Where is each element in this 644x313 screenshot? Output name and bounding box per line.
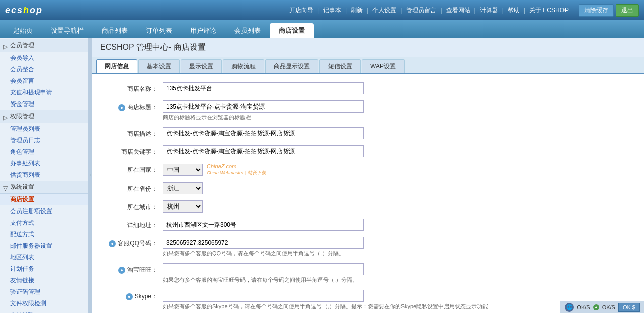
sub-tabs: 网店信息 基本设置 显示设置 购物流程 商品显示设置 短信设置 WAP设置 [92, 57, 644, 74]
exit-button[interactable]: 退出 [616, 4, 639, 17]
arrow-icon-2: ▷ [3, 114, 8, 119]
sidebar-item-shop-settings[interactable]: 商店设置 [0, 194, 88, 205]
link-refresh[interactable]: 刷新 [349, 5, 365, 16]
sidebar-item-member-reg-settings[interactable]: 会员注册项设置 [0, 205, 88, 217]
input-wangwang[interactable] [163, 263, 364, 275]
arrow-icon: ▷ [3, 43, 8, 48]
globe-icon: 🌐 [565, 303, 574, 312]
form-area: 商店名称： ● 商店标题： 商店的标题将显示在浏览器的标题栏 商店描述： [92, 74, 644, 313]
hint-skype: 如果您有多个客服的Skype号码，请在每个号码之间使用半角逗号（,）分隔。提示：… [163, 303, 488, 310]
sidebar-item-admin-list[interactable]: 管理员列表 [0, 123, 88, 135]
input-shop-keywords[interactable] [163, 145, 364, 157]
status-bar: 🌐 OK/S ▲ OK/S OK $ [560, 301, 644, 313]
form-row-country: 所在国家： 中国 ChinaZ.comChina Webmaster | 站长下… [102, 163, 634, 176]
link-admin-messages[interactable]: 管理员留言 [404, 5, 438, 16]
sidebar-item-captcha-mgmt[interactable]: 验证码管理 [0, 286, 88, 298]
sub-tab-display-settings[interactable]: 显示设置 [181, 59, 222, 73]
input-skype[interactable] [163, 290, 364, 302]
form-row-shop-keywords: 商店关键字： [102, 145, 634, 157]
nav-tab-shop-settings[interactable]: 商店设置 [270, 23, 314, 38]
label-city: 所在城市： [102, 200, 163, 212]
link-notepad[interactable]: 记事本 [321, 5, 343, 16]
nav-tab-members[interactable]: 会员列表 [225, 23, 270, 38]
nav-tab-reviews[interactable]: 用户评论 [181, 23, 225, 38]
sidebar-item-member-integration[interactable]: 会员整合 [0, 64, 88, 75]
form-row-shop-desc: 商店描述： [102, 127, 634, 139]
link-calculator[interactable]: 计算器 [478, 5, 500, 16]
sidebar-item-region-list[interactable]: 地区列表 [0, 252, 88, 263]
info-icon-skype: ● [126, 293, 133, 300]
sidebar-item-recharge[interactable]: 充值和提现申请 [0, 87, 88, 98]
form-row-shop-title: ● 商店标题： 商店的标题将显示在浏览器的标题栏 [102, 100, 634, 121]
nav-tab-product-list[interactable]: 商品列表 [93, 23, 137, 38]
sidebar-item-supplier-list[interactable]: 供货商列表 [0, 169, 88, 181]
clear-cache-button[interactable]: 清除缓存 [579, 4, 614, 17]
sidebar-item-file-verify[interactable]: 文件校验 [0, 309, 88, 313]
top-links: 开店向导 | 记事本 | 刷新 | 个人设置 | 管理员留言 | 查看网站 | … [287, 4, 639, 17]
sidebar-item-file-permission[interactable]: 文件权限检测 [0, 298, 88, 309]
info-icon-wangwang: ● [118, 267, 125, 274]
select-country[interactable]: 中国 [163, 164, 203, 176]
sub-tab-shop-info[interactable]: 网店信息 [96, 59, 137, 73]
up-arrow-icon: ▲ [593, 304, 599, 310]
watermark-chinaz: ChinaZ.comChina Webmaster | 站长下载 [207, 163, 266, 176]
link-open-guide[interactable]: 开店向导 [287, 5, 315, 16]
sub-tab-sms-settings[interactable]: 短信设置 [319, 59, 361, 73]
label-shop-name: 商店名称： [102, 82, 163, 93]
select-city[interactable]: 杭州 [163, 200, 203, 213]
hint-qq: 如果您有多个客服的QQ号码，请在每个号码之间使用半角逗号（,）分隔。 [163, 250, 364, 257]
nav-tab-home[interactable]: 起始页 [4, 23, 42, 38]
sub-tab-shopping-flow[interactable]: 购物流程 [223, 59, 264, 73]
status-text-2: OK/S [602, 304, 615, 310]
input-address[interactable] [163, 219, 364, 231]
hint-shop-title: 商店的标题将显示在浏览器的标题栏 [163, 114, 364, 121]
sidebar: ▷ 会员管理 会员导入 会员整合 会员留言 充值和提现申请 资金管理 ▷ 权限管… [0, 38, 88, 313]
info-icon: ● [118, 104, 125, 111]
sub-tab-product-display[interactable]: 商品显示设置 [265, 59, 318, 73]
sidebar-item-mail-server[interactable]: 邮件服务器设置 [0, 240, 88, 252]
sidebar-item-shipping-methods[interactable]: 配送方式 [0, 229, 88, 240]
sidebar-item-scheduled-tasks[interactable]: 计划任务 [0, 263, 88, 275]
content-header: ECSHOP 管理中心- 商店设置 [92, 38, 644, 57]
ok-button[interactable]: OK $ [618, 303, 640, 312]
label-wangwang: ● 淘宝旺旺： [102, 263, 163, 274]
input-qq[interactable] [163, 237, 364, 249]
link-view-shop[interactable]: 查看网站 [444, 5, 472, 16]
sidebar-item-fund-mgmt[interactable]: 资金管理 [0, 98, 88, 110]
sidebar-item-admin-log[interactable]: 管理员日志 [0, 135, 88, 146]
info-icon-qq: ● [109, 240, 116, 247]
resize-handle[interactable]: ⋮ [88, 38, 92, 313]
select-province[interactable]: 浙江 [163, 182, 203, 194]
sidebar-item-role-mgmt[interactable]: 角色管理 [0, 146, 88, 158]
top-bar: ecshop 开店向导 | 记事本 | 刷新 | 个人设置 | 管理员留言 | … [0, 0, 644, 20]
input-shop-title[interactable] [163, 100, 364, 113]
form-row-address: 详细地址： [102, 219, 634, 231]
sub-tab-wap-settings[interactable]: WAP设置 [362, 59, 405, 73]
arrow-icon-3: ▽ [3, 185, 8, 190]
label-qq: ● 客服QQ号码： [102, 237, 163, 248]
sidebar-item-member-messages[interactable]: 会员留言 [0, 75, 88, 87]
page-title: ECSHOP 管理中心- 商店设置 [100, 43, 206, 51]
input-shop-name[interactable] [163, 82, 364, 94]
sidebar-scroll: ▷ 会员管理 会员导入 会员整合 会员留言 充值和提现申请 资金管理 ▷ 权限管… [0, 38, 88, 313]
sidebar-item-friendly-links[interactable]: 友情链接 [0, 275, 88, 286]
form-row-city: 所在城市： 杭州 [102, 200, 634, 213]
sidebar-group-member-mgmt[interactable]: ▷ 会员管理 [0, 39, 88, 52]
sidebar-item-member-import[interactable]: 会员导入 [0, 52, 88, 64]
link-about[interactable]: 关于 ECSHOP [527, 5, 571, 16]
nav-tab-nav-settings[interactable]: 设置导航栏 [42, 23, 93, 38]
sidebar-item-office-list[interactable]: 办事处列表 [0, 158, 88, 169]
link-personal-settings[interactable]: 个人设置 [370, 5, 398, 16]
label-shop-desc: 商店描述： [102, 127, 163, 138]
input-shop-desc[interactable] [163, 127, 364, 139]
sidebar-group-permission-mgmt[interactable]: ▷ 权限管理 [0, 110, 88, 123]
link-help[interactable]: 帮助 [506, 5, 522, 16]
sidebar-group-system-settings[interactable]: ▽ 系统设置 [0, 181, 88, 194]
label-shop-title: ● 商店标题： [102, 100, 163, 112]
label-shop-keywords: 商店关键字： [102, 145, 163, 156]
sidebar-item-payment-methods[interactable]: 支付方式 [0, 217, 88, 229]
content-area: ECSHOP 管理中心- 商店设置 网店信息 基本设置 显示设置 购物流程 商品… [92, 38, 644, 313]
sub-tab-basic-settings[interactable]: 基本设置 [138, 59, 180, 73]
label-address: 详细地址： [102, 219, 163, 230]
nav-tab-order-list[interactable]: 订单列表 [137, 23, 181, 38]
